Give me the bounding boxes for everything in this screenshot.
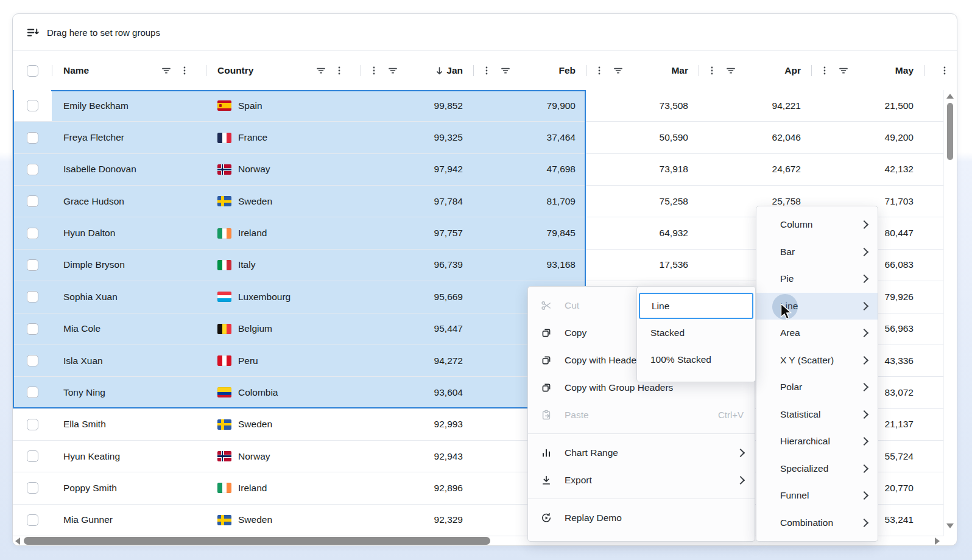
cell-country[interactable]: Italy <box>206 250 361 281</box>
cell-feb[interactable]: 93,168 <box>473 250 586 281</box>
select-all-checkbox[interactable] <box>27 65 38 77</box>
cell-name[interactable]: Grace Hudson <box>52 186 206 217</box>
filter-icon[interactable] <box>838 65 849 76</box>
column-menu-icon[interactable] <box>819 65 830 76</box>
column-menu-icon[interactable] <box>594 65 605 76</box>
cell-country[interactable]: Norway <box>206 441 361 472</box>
cell-country[interactable]: Belgium <box>206 313 361 345</box>
cell-checkbox[interactable] <box>13 505 52 536</box>
column-resize-handle[interactable] <box>586 65 586 76</box>
column-header-jan[interactable]: Jan <box>361 51 473 90</box>
row-checkbox[interactable] <box>27 100 38 111</box>
chart-menu-item-polar[interactable]: Polar <box>756 374 878 401</box>
row-checkbox[interactable] <box>27 419 38 430</box>
chart-menu-item-x-y-scatter-[interactable]: X Y (Scatter) <box>756 347 878 374</box>
scroll-up-icon[interactable] <box>946 94 954 99</box>
cell-jan[interactable]: 92,943 <box>361 441 473 472</box>
column-resize-handle[interactable] <box>473 65 474 76</box>
row-checkbox[interactable] <box>27 482 38 494</box>
cell-name[interactable]: Tony Ning <box>52 377 206 408</box>
chart-menu-item-bar[interactable]: Bar <box>756 239 878 266</box>
filter-icon[interactable] <box>387 65 398 76</box>
cell-country[interactable]: Luxembourg <box>206 281 361 312</box>
filter-icon[interactable] <box>161 65 172 76</box>
column-header-checkbox[interactable] <box>13 51 52 90</box>
cell-mar[interactable]: 75,258 <box>586 186 699 217</box>
row-checkbox[interactable] <box>27 450 38 462</box>
row-checkbox[interactable] <box>27 164 38 175</box>
scroll-left-icon[interactable] <box>15 537 20 545</box>
row-checkbox[interactable] <box>27 291 38 303</box>
scroll-right-icon[interactable] <box>935 537 940 545</box>
cell-jan[interactable]: 97,784 <box>361 186 473 217</box>
cell-jan[interactable]: 94,272 <box>361 345 473 376</box>
row-checkbox[interactable] <box>27 228 38 239</box>
cell-feb[interactable]: 79,845 <box>473 217 586 248</box>
cell-checkbox[interactable] <box>13 90 52 121</box>
cell-jan[interactable]: 97,757 <box>361 217 473 248</box>
column-header-apr[interactable]: Apr <box>699 51 811 90</box>
column-menu-icon[interactable] <box>179 65 190 76</box>
cell-may[interactable]: 49,200 <box>811 122 924 153</box>
column-header-mar[interactable]: Mar <box>586 51 699 90</box>
column-header-country[interactable]: Country <box>206 51 361 90</box>
cell-jan[interactable]: 92,896 <box>361 472 473 503</box>
cell-checkbox[interactable] <box>13 377 52 408</box>
vertical-scrollbar-thumb[interactable] <box>947 103 953 160</box>
filter-icon[interactable] <box>315 65 326 76</box>
column-menu-icon[interactable] <box>481 65 492 76</box>
row-group-drop-panel[interactable]: Drag here to set row groups <box>13 14 957 51</box>
cell-feb[interactable]: 79,900 <box>473 90 586 121</box>
cell-mar[interactable]: 73,918 <box>586 154 699 185</box>
cell-checkbox[interactable] <box>13 281 52 312</box>
cell-name[interactable]: Emily Beckham <box>52 90 206 121</box>
chart-menu-item-column[interactable]: Column <box>756 211 878 239</box>
cell-apr[interactable]: 94,221 <box>699 90 811 121</box>
column-menu-icon[interactable] <box>368 65 379 76</box>
row-checkbox[interactable] <box>27 259 38 271</box>
cell-jan[interactable]: 95,669 <box>361 281 473 312</box>
cell-checkbox[interactable] <box>13 441 52 472</box>
cell-jan[interactable]: 93,604 <box>361 377 473 408</box>
column-resize-handle[interactable] <box>924 65 924 76</box>
vertical-scrollbar[interactable] <box>943 90 957 536</box>
filter-icon[interactable] <box>725 65 736 76</box>
column-menu-icon[interactable] <box>939 65 950 76</box>
cell-mar[interactable]: 50,590 <box>586 122 699 153</box>
filter-icon[interactable] <box>613 65 624 76</box>
cell-checkbox[interactable] <box>13 345 52 376</box>
chart-menu-item-pie[interactable]: Pie <box>756 265 878 293</box>
cell-jan[interactable]: 99,852 <box>361 90 473 121</box>
column-menu-icon[interactable] <box>706 65 717 76</box>
cell-name[interactable]: Poppy Smith <box>52 472 206 503</box>
chart-menu-item-statistical[interactable]: Statistical <box>756 401 878 429</box>
cell-checkbox[interactable] <box>13 472 52 503</box>
cell-country[interactable]: France <box>206 122 361 153</box>
column-resize-handle[interactable] <box>52 65 52 76</box>
horizontal-scrollbar-thumb[interactable] <box>24 537 490 545</box>
cell-checkbox[interactable] <box>13 154 52 185</box>
column-resize-handle[interactable] <box>361 65 361 76</box>
cell-checkbox[interactable] <box>13 250 52 281</box>
submenu-item-100-stacked[interactable]: 100% Stacked <box>637 346 755 373</box>
cell-name[interactable]: Mia Gunner <box>52 505 206 536</box>
filter-icon[interactable] <box>500 65 511 76</box>
cell-name[interactable]: Mia Cole <box>52 313 206 345</box>
cell-name[interactable]: Isabelle Donovan <box>52 154 206 185</box>
cell-name[interactable]: Dimple Bryson <box>52 250 206 281</box>
column-resize-handle[interactable] <box>206 65 206 76</box>
cell-name[interactable]: Hyun Dalton <box>52 217 206 248</box>
cell-checkbox[interactable] <box>13 313 52 345</box>
column-header-feb[interactable]: Feb <box>473 51 586 90</box>
row-checkbox[interactable] <box>27 514 38 526</box>
cell-country[interactable]: Ireland <box>206 472 361 503</box>
cell-country[interactable]: Colombia <box>206 377 361 408</box>
row-checkbox[interactable] <box>27 355 38 366</box>
chart-menu-item-area[interactable]: Area <box>756 320 878 347</box>
cell-mar[interactable]: 73,508 <box>586 90 699 121</box>
chart-menu-item-hierarchical[interactable]: Hierarchical <box>756 428 878 455</box>
cell-apr[interactable]: 24,672 <box>699 154 811 185</box>
chart-menu-item-line[interactable]: Line <box>756 293 878 320</box>
cell-feb[interactable]: 81,709 <box>473 186 586 217</box>
cell-jan[interactable]: 97,942 <box>361 154 473 185</box>
